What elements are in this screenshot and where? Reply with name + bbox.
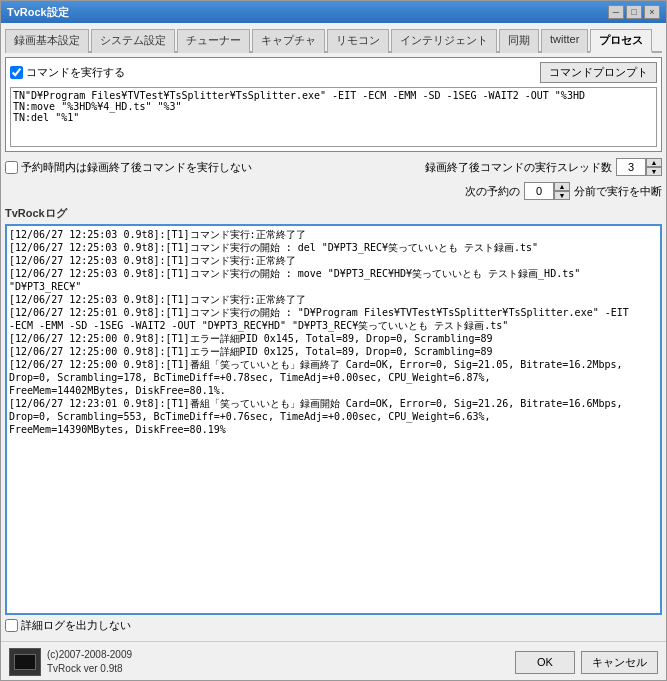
log-textarea[interactable]: [12/06/27 12:25:03 0.9t8]:[T1]コマンド実行:正常終… bbox=[5, 224, 662, 615]
thread-count-down[interactable]: ▼ bbox=[646, 167, 662, 176]
tab-system-settings[interactable]: システム設定 bbox=[91, 29, 175, 53]
next-reserve-right: 次の予約の ▲ ▼ 分前で実行を中断 bbox=[465, 182, 662, 200]
command-textarea[interactable]: TN"D¥Program Files¥TVTest¥TsSplitter¥TsS… bbox=[10, 87, 657, 147]
thread-count-input[interactable] bbox=[616, 158, 646, 176]
close-button[interactable]: × bbox=[644, 5, 660, 19]
options-right: 録画終了後コマンドの実行スレッド数 ▲ ▼ bbox=[425, 158, 662, 176]
thread-count-arrows: ▲ ▼ bbox=[646, 158, 662, 176]
tab-bar: 録画基本設定 システム設定 チューナー キャプチャ リモコン インテリジェント … bbox=[5, 27, 662, 53]
tv-icon bbox=[9, 648, 41, 676]
thread-count-spinbox: ▲ ▼ bbox=[616, 158, 662, 176]
log-section: TvRockログ [12/06/27 12:25:03 0.9t8]:[T1]コ… bbox=[5, 206, 662, 633]
window-title: TvRock設定 bbox=[7, 5, 69, 20]
thread-count-up[interactable]: ▲ bbox=[646, 158, 662, 167]
maximize-button[interactable]: □ bbox=[626, 5, 642, 19]
command-header: コマンドを実行する コマンドプロンプト bbox=[10, 62, 657, 83]
no-execute-after-checkbox[interactable] bbox=[5, 161, 18, 174]
next-reserve-input[interactable] bbox=[524, 182, 554, 200]
tv-screen bbox=[14, 654, 36, 670]
next-reserve-label: 次の予約の bbox=[465, 184, 520, 199]
tab-process[interactable]: プロセス bbox=[590, 29, 652, 53]
log-title: TvRockログ bbox=[5, 206, 662, 221]
footer: (c)2007-2008-2009 TvRock ver 0.9t8 OK キャ… bbox=[1, 641, 666, 680]
ok-button[interactable]: OK bbox=[515, 651, 575, 674]
thread-count-label: 録画終了後コマンドの実行スレッド数 bbox=[425, 160, 612, 175]
next-reserve-row: 次の予約の ▲ ▼ 分前で実行を中断 bbox=[5, 182, 662, 200]
next-reserve-spinbox: ▲ ▼ bbox=[524, 182, 570, 200]
footer-left: (c)2007-2008-2009 TvRock ver 0.9t8 bbox=[9, 648, 132, 676]
options-row: 予約時間内は録画終了後コマンドを実行しない 録画終了後コマンドの実行スレッド数 … bbox=[5, 158, 662, 176]
execute-command-checkbox[interactable] bbox=[10, 66, 23, 79]
content-area: 録画基本設定 システム設定 チューナー キャプチャ リモコン インテリジェント … bbox=[1, 23, 666, 637]
execute-command-label[interactable]: コマンドを実行する bbox=[10, 65, 125, 80]
tab-remote[interactable]: リモコン bbox=[327, 29, 389, 53]
detail-log-row: 詳細ログを出力しない bbox=[5, 618, 662, 633]
options-left: 予約時間内は録画終了後コマンドを実行しない bbox=[5, 160, 252, 175]
next-reserve-up[interactable]: ▲ bbox=[554, 182, 570, 191]
minutes-label: 分前で実行を中断 bbox=[574, 184, 662, 199]
next-reserve-down[interactable]: ▼ bbox=[554, 191, 570, 200]
cancel-button[interactable]: キャンセル bbox=[581, 651, 658, 674]
next-reserve-arrows: ▲ ▼ bbox=[554, 182, 570, 200]
tab-tuner[interactable]: チューナー bbox=[177, 29, 250, 53]
title-bar-controls: ─ □ × bbox=[608, 5, 660, 19]
cmd-prompt-button[interactable]: コマンドプロンプト bbox=[540, 62, 657, 83]
title-bar: TvRock設定 ─ □ × bbox=[1, 1, 666, 23]
main-window: TvRock設定 ─ □ × 録画基本設定 システム設定 チューナー キャプチャ… bbox=[0, 0, 667, 681]
command-section: コマンドを実行する コマンドプロンプト TN"D¥Program Files¥T… bbox=[5, 57, 662, 152]
process-tab-content: コマンドを実行する コマンドプロンプト TN"D¥Program Files¥T… bbox=[5, 57, 662, 633]
execute-command-text: コマンドを実行する bbox=[26, 65, 125, 80]
tab-twitter[interactable]: twitter bbox=[541, 29, 588, 53]
version-text: TvRock ver 0.9t8 bbox=[47, 662, 132, 676]
footer-text: (c)2007-2008-2009 TvRock ver 0.9t8 bbox=[47, 648, 132, 676]
no-execute-after-text: 予約時間内は録画終了後コマンドを実行しない bbox=[21, 160, 252, 175]
detail-log-text: 詳細ログを出力しない bbox=[21, 618, 131, 633]
tab-sync[interactable]: 同期 bbox=[499, 29, 539, 53]
tab-capture[interactable]: キャプチャ bbox=[252, 29, 325, 53]
footer-buttons: OK キャンセル bbox=[515, 651, 658, 674]
detail-log-checkbox[interactable] bbox=[5, 619, 18, 632]
no-execute-after-label[interactable]: 予約時間内は録画終了後コマンドを実行しない bbox=[5, 160, 252, 175]
detail-log-label[interactable]: 詳細ログを出力しない bbox=[5, 618, 131, 633]
tab-intelligent[interactable]: インテリジェント bbox=[391, 29, 497, 53]
minimize-button[interactable]: ─ bbox=[608, 5, 624, 19]
copyright-text: (c)2007-2008-2009 bbox=[47, 648, 132, 662]
tab-recording-basic[interactable]: 録画基本設定 bbox=[5, 29, 89, 53]
